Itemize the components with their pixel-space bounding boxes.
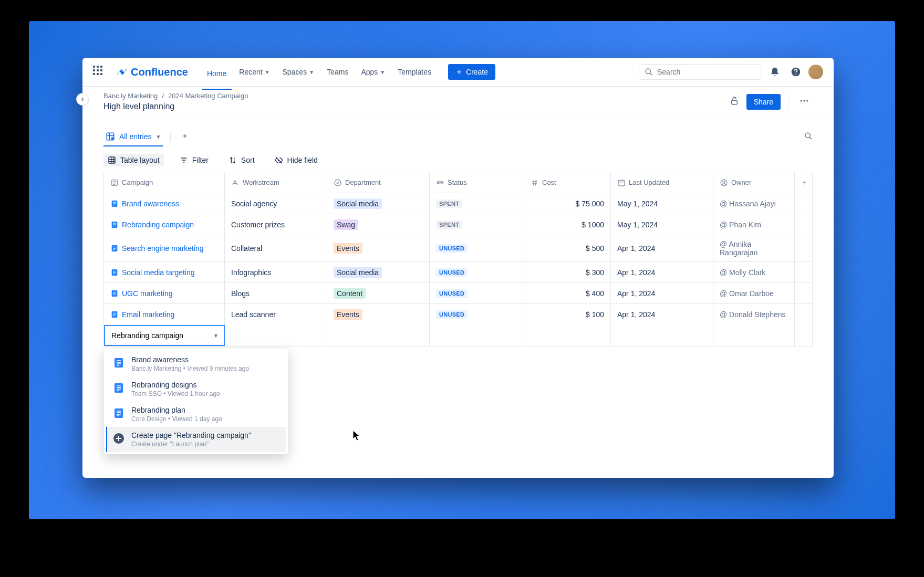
notifications-icon[interactable] bbox=[766, 64, 783, 80]
hide-field-button[interactable]: Hide field bbox=[271, 154, 322, 166]
nav-item-spaces[interactable]: Spaces▼ bbox=[277, 64, 320, 80]
table-row: Social media targetingInfographicsSocial… bbox=[104, 262, 812, 283]
view-search-icon[interactable] bbox=[804, 132, 813, 142]
search-input[interactable] bbox=[639, 64, 762, 80]
column-header-workstream[interactable]: Workstream bbox=[225, 172, 327, 193]
breadcrumb-page[interactable]: 2024 Marketing Campaign bbox=[168, 92, 248, 100]
add-view-button[interactable] bbox=[178, 129, 192, 145]
column-header-department[interactable]: Department bbox=[327, 172, 430, 193]
chevron-down-icon: ▼ bbox=[155, 134, 161, 140]
department-cell[interactable]: Events bbox=[327, 235, 430, 261]
cost-cell[interactable]: $ 1000 bbox=[524, 214, 611, 235]
add-column-button[interactable] bbox=[795, 172, 814, 193]
department-cell[interactable]: Social media bbox=[327, 193, 430, 214]
autocomplete-page-option[interactable]: Rebranding designsTeam SSO • Viewed 1 ho… bbox=[106, 376, 286, 402]
campaign-cell[interactable]: Rebranding campaign bbox=[104, 214, 225, 235]
share-button[interactable]: Share bbox=[746, 94, 781, 110]
cost-cell[interactable]: $ 75 000 bbox=[524, 193, 611, 214]
column-header-status[interactable]: ABCStatus bbox=[430, 172, 524, 193]
sort-button[interactable]: Sort bbox=[224, 154, 259, 166]
owner-cell[interactable]: @ Hassana Ajayi bbox=[713, 193, 795, 214]
svg-point-9 bbox=[805, 133, 810, 138]
campaign-cell[interactable]: Social media targeting bbox=[104, 262, 225, 282]
status-cell[interactable]: UNUSED bbox=[430, 262, 524, 282]
department-cell[interactable]: Social media bbox=[327, 262, 430, 282]
workstream-cell[interactable]: Infographics bbox=[225, 262, 327, 282]
owner-cell[interactable]: @ Phan Kim bbox=[713, 214, 795, 235]
autocomplete-page-option[interactable]: Rebranding planCore Design • Viewed 1 da… bbox=[106, 402, 286, 427]
svg-text:ABC: ABC bbox=[438, 182, 443, 184]
nav-item-templates[interactable]: Templates bbox=[392, 64, 437, 80]
user-avatar[interactable] bbox=[808, 65, 823, 79]
table-header-row: CampaignWorkstreamDepartmentABCStatusCos… bbox=[104, 172, 812, 193]
column-header-cost[interactable]: Cost bbox=[524, 172, 611, 193]
app-window: Confluence HomeRecent▼Spaces▼TeamsApps▼T… bbox=[82, 58, 834, 478]
app-switcher-icon[interactable] bbox=[93, 66, 106, 78]
chevron-down-icon: ▼ bbox=[380, 69, 385, 75]
campaign-cell[interactable]: UGC marketing bbox=[104, 283, 225, 303]
department-cell[interactable]: Events bbox=[327, 304, 430, 325]
campaign-cell[interactable]: Brand awareness bbox=[104, 193, 225, 214]
expand-sidebar-button[interactable] bbox=[76, 93, 89, 106]
updated-cell[interactable]: Apr 1, 2024 bbox=[611, 283, 713, 303]
content-area: All entries ▼ Table layout Filter S bbox=[82, 119, 834, 347]
status-cell[interactable]: UNUSED bbox=[430, 235, 524, 261]
owner-cell[interactable]: @ Omar Darboe bbox=[713, 283, 795, 303]
filter-button[interactable]: Filter bbox=[175, 154, 213, 166]
search-field[interactable] bbox=[657, 68, 756, 76]
cost-cell[interactable]: $ 300 bbox=[524, 262, 611, 282]
nav-item-recent[interactable]: Recent▼ bbox=[234, 64, 275, 80]
updated-cell[interactable]: May 1, 2024 bbox=[611, 214, 713, 235]
status-cell[interactable]: SPENT bbox=[430, 193, 524, 214]
nav-item-teams[interactable]: Teams bbox=[321, 64, 354, 80]
updated-cell[interactable]: Apr 1, 2024 bbox=[611, 262, 713, 282]
table-row: Email marketingLead scannerEventsUNUSED$… bbox=[104, 304, 812, 325]
campaign-input[interactable] bbox=[105, 327, 224, 344]
cost-cell[interactable]: $ 100 bbox=[524, 304, 611, 325]
campaign-cell[interactable]: Search engine marketing bbox=[104, 235, 225, 261]
updated-cell[interactable]: Apr 1, 2024 bbox=[611, 235, 713, 261]
svg-point-8 bbox=[111, 138, 114, 140]
autocomplete-create-option[interactable]: Create page "Rebranding campaign"Create … bbox=[106, 427, 286, 452]
confluence-logo[interactable]: Confluence bbox=[116, 66, 188, 78]
more-actions-icon[interactable] bbox=[796, 92, 813, 111]
workstream-cell[interactable]: Collateral bbox=[225, 235, 327, 261]
workstream-cell[interactable]: Customer prizes bbox=[225, 214, 327, 235]
column-header-last-updated[interactable]: Last Updated bbox=[611, 172, 713, 193]
column-header-owner[interactable]: Owner bbox=[713, 172, 795, 193]
top-navigation: Confluence HomeRecent▼Spaces▼TeamsApps▼T… bbox=[82, 58, 834, 87]
workstream-cell[interactable]: Lead scanner bbox=[225, 304, 327, 325]
department-cell[interactable]: Content bbox=[327, 283, 430, 303]
nav-item-home[interactable]: Home bbox=[202, 64, 232, 90]
svg-point-4 bbox=[801, 100, 802, 101]
owner-cell[interactable]: @ Molly Clark bbox=[713, 262, 795, 282]
create-button[interactable]: Create bbox=[448, 64, 495, 80]
svg-rect-15 bbox=[618, 180, 625, 186]
campaign-input-cell[interactable]: ▼ Brand awarenessBanc.ly Marketing • Vie… bbox=[104, 325, 225, 346]
create-label: Create bbox=[466, 68, 488, 76]
workstream-cell[interactable]: Blogs bbox=[225, 283, 327, 303]
cost-cell[interactable]: $ 500 bbox=[524, 235, 611, 261]
chevron-down-icon[interactable]: ▼ bbox=[213, 333, 219, 339]
status-cell[interactable]: SPENT bbox=[430, 214, 524, 235]
cost-cell[interactable]: $ 400 bbox=[524, 283, 611, 303]
department-cell[interactable]: Swag bbox=[327, 214, 430, 235]
campaign-cell[interactable]: Email marketing bbox=[104, 304, 225, 325]
database-table: CampaignWorkstreamDepartmentABCStatusCos… bbox=[103, 172, 813, 347]
restrictions-icon[interactable] bbox=[730, 96, 739, 108]
nav-item-apps[interactable]: Apps▼ bbox=[356, 64, 390, 80]
table-layout-button[interactable]: Table layout bbox=[103, 154, 164, 166]
view-tab-all-entries[interactable]: All entries ▼ bbox=[103, 128, 163, 146]
help-icon[interactable] bbox=[787, 64, 804, 80]
breadcrumb-space[interactable]: Banc.ly Marketing bbox=[103, 92, 158, 100]
autocomplete-page-option[interactable]: Brand awarenessBanc.ly Marketing • Viewe… bbox=[106, 351, 286, 376]
updated-cell[interactable]: May 1, 2024 bbox=[611, 193, 713, 214]
owner-cell[interactable]: @ Donald Stephens bbox=[713, 304, 795, 325]
status-cell[interactable]: UNUSED bbox=[430, 304, 524, 325]
chevron-down-icon: ▼ bbox=[309, 69, 314, 75]
workstream-cell[interactable]: Social agency bbox=[225, 193, 327, 214]
column-header-campaign[interactable]: Campaign bbox=[104, 172, 225, 193]
updated-cell[interactable]: Apr 1, 2024 bbox=[611, 304, 713, 325]
status-cell[interactable]: UNUSED bbox=[430, 283, 524, 303]
owner-cell[interactable]: @ Annika Rangarajan bbox=[713, 235, 795, 261]
